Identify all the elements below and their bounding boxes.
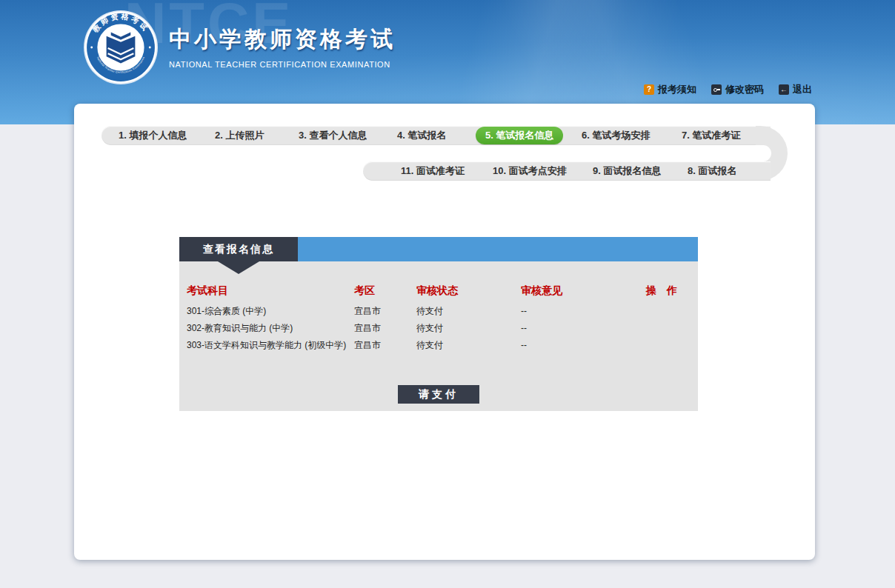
action-cell (646, 337, 691, 354)
registration-info-panel: 查看报名信息 考试科目 考区 审核状态 审核意见 操 作 301-综合素质 (中… (179, 237, 698, 411)
change-password-link[interactable]: 修改密码 (711, 83, 764, 96)
steps-bar-notch (754, 145, 771, 161)
subject-cell: 301-综合素质 (中学) (187, 303, 354, 320)
ntce-logo: 教师资格考试 National Teacher Certification Ex… (83, 10, 159, 85)
panel-tab-title: 查看报名信息 (179, 237, 298, 261)
table-row: 301-综合素质 (中学) 宜昌市 待支付 -- (187, 303, 691, 320)
step-9-interview-registration-info[interactable]: 9. 面试报名信息 (593, 161, 661, 181)
key-icon (711, 84, 722, 95)
subject-cell: 302-教育知识与能力 (中学) (187, 320, 354, 337)
opinion-cell: -- (521, 320, 646, 337)
panel-body: 考试科目 考区 审核状态 审核意见 操 作 301-综合素质 (中学) 宜昌市 … (179, 261, 698, 411)
help-icon: ? (644, 84, 654, 95)
panel-tab-arrow (218, 261, 259, 274)
step-6-written-room-arrangement[interactable]: 6. 笔试考场安排 (582, 126, 650, 145)
step-4-written-registration[interactable]: 4. 笔试报名 (397, 126, 446, 145)
col-action: 操 作 (646, 284, 691, 303)
district-cell: 宜昌市 (354, 303, 416, 320)
status-cell: 待支付 (416, 303, 521, 320)
site-title: 中小学教师资格考试 (169, 24, 396, 55)
header-links: ? 报考须知 修改密码 ← 退出 (644, 83, 812, 96)
opinion-cell: -- (521, 337, 646, 354)
step-8-interview-registration[interactable]: 8. 面试报名 (688, 161, 736, 181)
logout-icon: ← (779, 84, 789, 95)
table-header-row: 考试科目 考区 审核状态 审核意见 操 作 (187, 284, 691, 303)
district-cell: 宜昌市 (354, 320, 416, 337)
status-cell: 待支付 (416, 337, 521, 354)
district-cell: 宜昌市 (354, 337, 416, 354)
col-exam-subject: 考试科目 (187, 284, 354, 303)
step-3-view-personal-info[interactable]: 3. 查看个人信息 (299, 126, 367, 145)
pay-button[interactable]: 请支付 (398, 385, 479, 404)
step-10-interview-site-arrangement[interactable]: 10. 面试考点安排 (493, 161, 567, 181)
panel-header: 查看报名信息 (179, 237, 698, 261)
col-exam-district: 考区 (354, 284, 416, 303)
action-cell (646, 320, 691, 337)
status-cell: 待支付 (416, 320, 521, 337)
table-row: 303-语文学科知识与教学能力 (初级中学) 宜昌市 待支付 -- (187, 337, 691, 354)
step-5-written-registration-info[interactable]: 5. 笔试报名信息 (476, 127, 563, 144)
logout-label: 退出 (793, 83, 812, 96)
site-subtitle: NATIONAL TEACHER CERTIFICATION EXAMINATI… (169, 60, 396, 69)
exam-notice-label: 报考须知 (658, 83, 696, 96)
registration-table: 考试科目 考区 审核状态 审核意见 操 作 301-综合素质 (中学) 宜昌市 … (179, 261, 698, 354)
panel-header-bar (298, 237, 698, 261)
action-cell (646, 303, 691, 320)
site-title-block: 中小学教师资格考试 NATIONAL TEACHER CERTIFICATION… (169, 24, 396, 69)
step-2-upload-photo[interactable]: 2. 上传照片 (215, 126, 264, 145)
opinion-cell: -- (521, 303, 646, 320)
step-1-fill-personal-info[interactable]: 1. 填报个人信息 (119, 126, 187, 145)
step-11-interview-admission-ticket[interactable]: 11. 面试准考证 (401, 161, 465, 181)
step-7-written-admission-ticket[interactable]: 7. 笔试准考证 (682, 126, 740, 145)
col-review-status: 审核状态 (416, 284, 521, 303)
exam-notice-link[interactable]: ? 报考须知 (644, 83, 696, 96)
change-password-label: 修改密码 (725, 83, 764, 96)
table-row: 302-教育知识与能力 (中学) 宜昌市 待支付 -- (187, 320, 691, 337)
col-review-opinion: 审核意见 (521, 284, 646, 303)
logout-link[interactable]: ← 退出 (779, 83, 812, 96)
subject-cell: 303-语文学科知识与教学能力 (初级中学) (187, 337, 354, 354)
content-card: 1. 填报个人信息 2. 上传照片 3. 查看个人信息 4. 笔试报名 5. 笔… (74, 104, 815, 560)
